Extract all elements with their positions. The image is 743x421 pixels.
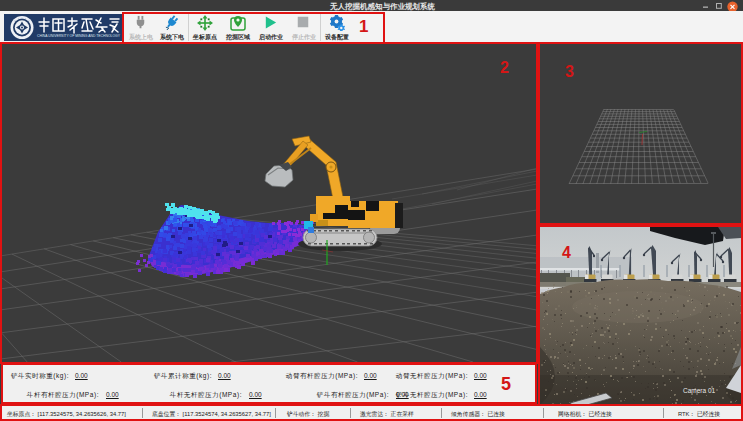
svg-text:Camera 01: Camera 01 [683, 387, 716, 394]
